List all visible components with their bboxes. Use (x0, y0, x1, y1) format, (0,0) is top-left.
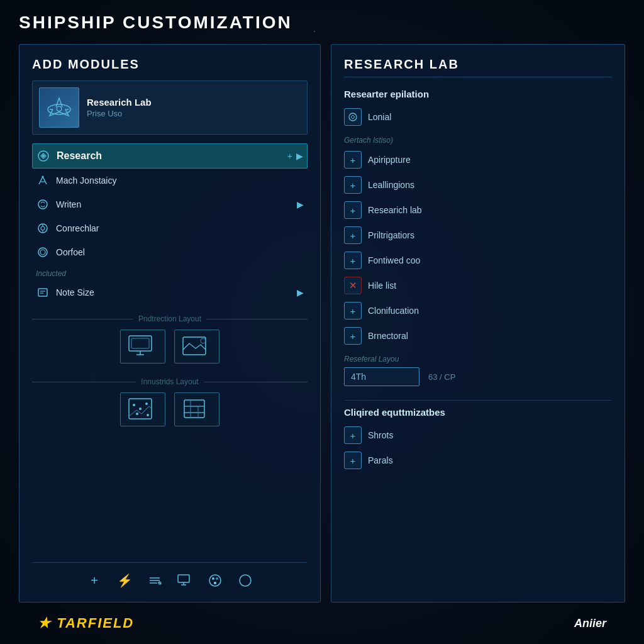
menu-item-oorfoel-label: Oorfoel (56, 247, 304, 257)
right-item-7[interactable]: +Brnectoral (344, 323, 612, 348)
layout-input[interactable] (344, 367, 419, 386)
module-info: Researich Lab Prise Uso (87, 97, 152, 118)
subsection-label: Gertach Istiso) (344, 136, 612, 145)
menu-item-mach[interactable]: Mach Jonstaicy (32, 169, 308, 192)
protection-layout-monitor[interactable] (120, 330, 165, 364)
footer-brand: ★ TARFIELD (38, 615, 134, 631)
toolbar-layers-btn[interactable] (146, 572, 164, 589)
svg-point-12 (38, 248, 47, 257)
left-panel-title: ADD MODULES (32, 57, 308, 72)
footer-right: Aniier (574, 617, 606, 630)
svg-rect-20 (131, 338, 149, 348)
page-title: SHIPSHIP CUSTOMIZATION (19, 13, 625, 33)
svg-rect-38 (178, 575, 189, 582)
svg-point-44 (214, 582, 216, 584)
layout-cp-text: 63 / CP (428, 372, 455, 382)
panels-container: ADD MODULES Researich Lab (19, 44, 625, 602)
notesize-icon (36, 286, 50, 299)
required-label-1: Parals (368, 455, 393, 465)
menu-item-research-actions: + ▶ (287, 151, 303, 161)
oorfoel-icon (36, 245, 50, 259)
item-label-4: Fontiwed coo (368, 255, 420, 265)
menu-item-writen[interactable]: Writen ▶ (32, 192, 308, 216)
toolbar-lightning-btn[interactable]: ⚡ (116, 572, 133, 589)
required-section-title: Cliqired equttmizatbes (344, 407, 612, 418)
menu-item-research[interactable]: Research + ▶ (32, 143, 308, 169)
writen-arrow-icon: ▶ (297, 199, 304, 209)
right-item-0[interactable]: +Apirippture (344, 147, 612, 172)
module-subtitle: Prise Uso (87, 109, 152, 118)
right-item-4[interactable]: +Fontiwed coo (344, 248, 612, 273)
industry-layout-divider: Innustrids Layout (32, 377, 308, 386)
right-item-5[interactable]: ✕Hile list (344, 273, 612, 298)
item-icon-7[interactable]: + (344, 327, 362, 345)
item-icon-0[interactable]: + (344, 151, 362, 169)
research-icon (36, 149, 50, 163)
svg-point-22 (201, 338, 206, 343)
footer: ★ TARFIELD Aniier (19, 609, 625, 631)
right-item-3[interactable]: +Priltrigatiors (344, 223, 612, 248)
bottom-toolbar: + ⚡ (32, 562, 308, 589)
menu-item-research-label: Research (57, 150, 281, 162)
required-item-1[interactable]: +Parals (344, 448, 612, 473)
toolbar-monitor-btn[interactable] (176, 572, 194, 589)
industry-layout-stars[interactable] (120, 392, 165, 426)
svg-point-7 (38, 200, 47, 209)
svg-point-45 (240, 575, 251, 586)
industry-layout-icons (32, 392, 308, 426)
svg-point-27 (136, 413, 138, 415)
svg-point-26 (145, 402, 148, 405)
layout-input-row: 63 / CP (344, 367, 612, 386)
svg-point-42 (212, 577, 214, 580)
module-image (39, 87, 79, 128)
right-item-2[interactable]: +Researich lab (344, 197, 612, 223)
right-item-lonial[interactable]: Lonial (344, 104, 612, 130)
plus-icon[interactable]: + (287, 151, 292, 161)
item-icon-5[interactable]: ✕ (344, 277, 362, 294)
right-section-title: Researter epilation (344, 89, 612, 99)
star-icon: ★ (38, 615, 52, 631)
industry-layout-box[interactable] (174, 392, 219, 426)
protection-layout-divider: Pndtrection Layout (32, 314, 308, 323)
required-icon-0[interactable]: + (344, 426, 362, 444)
item-icon-2[interactable]: + (344, 201, 362, 219)
item-icon-6[interactable]: + (344, 302, 362, 319)
toolbar-palette-btn[interactable] (206, 572, 224, 589)
right-section-divider (344, 400, 612, 401)
right-items-list: +Apirippture+Leallingions+Researich lab+… (344, 147, 612, 348)
required-item-0[interactable]: +Shrots (344, 423, 612, 448)
svg-rect-29 (184, 400, 204, 418)
left-panel: ADD MODULES Researich Lab (19, 44, 321, 602)
toolbar-add-btn[interactable]: + (86, 572, 103, 589)
right-panel: RESEARCH LAB Researter epilation Lonial … (331, 44, 625, 602)
conrechlar-icon (36, 221, 50, 235)
item-label-5: Hile list (368, 280, 396, 291)
menu-item-conrechlar[interactable]: Conrechlar (32, 216, 308, 240)
item-icon-3[interactable]: + (344, 226, 362, 244)
menu-item-notesize[interactable]: Note Size ▶ (32, 280, 308, 304)
section-label-inclucted: Inclucted (36, 269, 304, 278)
item-label-2: Researich lab (368, 205, 422, 215)
toolbar-circle-btn[interactable] (236, 572, 254, 589)
right-item-1[interactable]: +Leallingions (344, 172, 612, 197)
svg-point-6 (42, 176, 44, 178)
mach-icon (36, 174, 50, 187)
item-icon-4[interactable]: + (344, 252, 362, 269)
right-item-6[interactable]: +Clonifucation (344, 298, 612, 323)
svg-point-43 (216, 577, 218, 580)
item-label-6: Clonifucation (368, 306, 419, 316)
required-icon-1[interactable]: + (344, 452, 362, 469)
svg-point-9 (41, 226, 45, 230)
item-icon-1[interactable]: + (344, 176, 362, 194)
brand-text: TARFIELD (57, 615, 134, 631)
menu-item-mach-label: Mach Jonstaicy (56, 175, 304, 186)
arrow-right-icon: ▶ (296, 151, 303, 161)
required-items-list: +Shrots+Parals (344, 423, 612, 473)
menu-item-oorfoel[interactable]: Oorfoel (32, 240, 308, 264)
protection-layout-image[interactable] (174, 330, 219, 364)
svg-point-46 (349, 113, 357, 121)
item-label-3: Priltrigatiors (368, 230, 414, 240)
svg-point-41 (209, 575, 221, 586)
menu-item-conrechlar-label: Conrechlar (56, 223, 304, 233)
module-card[interactable]: Researich Lab Prise Uso (32, 80, 308, 135)
